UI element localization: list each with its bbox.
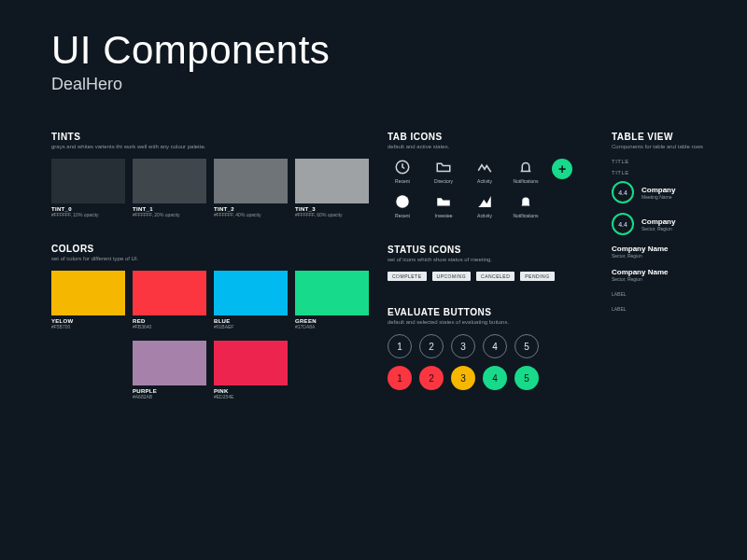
svg-point-1 bbox=[396, 195, 409, 208]
status-pill: PENDING bbox=[520, 272, 554, 281]
tints-section: TINTS grays and whites varients tht work… bbox=[51, 132, 369, 217]
tints-desc: grays and whites varients tht work well … bbox=[51, 144, 369, 149]
tab-icon-notifications-filled[interactable]: Notifications bbox=[511, 193, 541, 218]
status-desc: set of icons which show status of meetin… bbox=[388, 257, 593, 262]
activity-icon bbox=[476, 193, 493, 210]
evaluate-button-selected[interactable]: 4 bbox=[483, 366, 507, 390]
tints-title: TINTS bbox=[51, 132, 369, 142]
table-header: TITLE bbox=[612, 159, 747, 164]
tint-swatch: TINT_3 #FFFFFF, 60% opacity bbox=[295, 159, 369, 217]
tab-icons-desc: default and active states. bbox=[388, 144, 593, 149]
activity-icon bbox=[476, 159, 493, 175]
colors-desc: set of colors for different type of UI. bbox=[51, 256, 369, 261]
tab-icon-activity-outline[interactable]: Activity bbox=[470, 159, 500, 184]
status-pill: CANCELED bbox=[476, 272, 514, 281]
table-row[interactable]: Company NameSector, Region bbox=[612, 245, 747, 259]
table-view-desc: Components for table and table rows bbox=[612, 144, 747, 149]
table-row[interactable]: 4.4CompanyMeeting Name bbox=[612, 181, 747, 203]
table-label: LABEL bbox=[612, 291, 747, 297]
tab-icon-directory-outline[interactable]: Directory bbox=[429, 159, 458, 184]
evaluate-button[interactable]: 2 bbox=[419, 334, 444, 358]
evaluate-button[interactable]: 5 bbox=[514, 334, 539, 358]
folder-icon bbox=[435, 193, 452, 210]
status-section: STATUS ICONS set of icons which show sta… bbox=[388, 245, 593, 281]
evaluate-title: EVALUATE BUTTONS bbox=[388, 307, 593, 317]
evaluate-button[interactable]: 1 bbox=[388, 334, 412, 358]
table-view-section: TABLE VIEW Components for table and tabl… bbox=[612, 132, 747, 403]
status-pill: UPCOMING bbox=[432, 272, 472, 281]
evaluate-button[interactable]: 3 bbox=[451, 334, 475, 358]
bell-icon bbox=[517, 193, 534, 210]
tab-icon-activity-filled[interactable]: Activity bbox=[470, 193, 500, 218]
table-view-title: TABLE VIEW bbox=[612, 132, 747, 142]
tint-swatch: TINT_1 #FFFFFF, 20% opacity bbox=[133, 159, 206, 217]
evaluate-section: EVALUATE BUTTONS default and selected st… bbox=[388, 307, 593, 390]
tab-icons-section: TAB ICONS default and active states. Rec… bbox=[388, 132, 593, 218]
tab-icon-recent-outline[interactable]: Recent bbox=[388, 159, 417, 184]
clock-icon bbox=[394, 193, 411, 210]
add-button[interactable]: + bbox=[552, 159, 572, 179]
table-row[interactable]: Company NameSector, Region bbox=[612, 268, 747, 282]
evaluate-button[interactable]: 4 bbox=[483, 334, 507, 358]
colors-title: COLORS bbox=[51, 244, 369, 254]
bell-icon bbox=[517, 159, 534, 175]
tab-icon-recent-filled[interactable]: Recent bbox=[388, 193, 417, 218]
colors-section: COLORS set of colors for different type … bbox=[51, 244, 369, 403]
tab-icons-title: TAB ICONS bbox=[388, 132, 593, 142]
page-subtitle: DealHero bbox=[51, 75, 724, 94]
evaluate-button-selected[interactable]: 3 bbox=[451, 366, 475, 390]
evaluate-desc: default and selected states of evaluatin… bbox=[388, 319, 593, 325]
tab-icon-notifications-outline[interactable]: Notifications bbox=[511, 159, 541, 184]
status-pill: COMPLETE bbox=[388, 272, 427, 281]
score-ring: 4.4 bbox=[612, 181, 634, 203]
table-header: TITLE bbox=[612, 170, 747, 175]
color-swatch: BLUE #01BAEF bbox=[214, 271, 288, 329]
color-swatch: PINK #ED254E bbox=[214, 341, 288, 399]
evaluate-button-selected[interactable]: 2 bbox=[419, 366, 444, 390]
color-swatch: PURPLE #A682AB bbox=[133, 341, 206, 399]
clock-icon bbox=[394, 159, 411, 175]
color-swatch: YELOW #F5B700 bbox=[51, 271, 125, 329]
table-row[interactable]: 4.4CompanySector, Region bbox=[612, 213, 747, 235]
tint-swatch: TINT_0 #FFFFFF, 10% opacity bbox=[51, 159, 125, 217]
tab-icon-investee-filled[interactable]: Investee bbox=[429, 193, 458, 218]
color-swatch: RED #FB3640 bbox=[133, 271, 206, 329]
evaluate-button-selected[interactable]: 5 bbox=[514, 366, 539, 390]
color-swatch: GREEN #17DA8A bbox=[295, 271, 369, 329]
tint-swatch: TINT_2 #FFFFFF, 40% opacity bbox=[214, 159, 288, 217]
page-title: UI Components bbox=[51, 28, 724, 73]
score-ring: 4.4 bbox=[612, 213, 634, 235]
table-label: LABEL bbox=[612, 306, 747, 312]
folder-icon bbox=[435, 159, 452, 175]
evaluate-button-selected[interactable]: 1 bbox=[388, 366, 412, 390]
status-title: STATUS ICONS bbox=[388, 245, 593, 255]
